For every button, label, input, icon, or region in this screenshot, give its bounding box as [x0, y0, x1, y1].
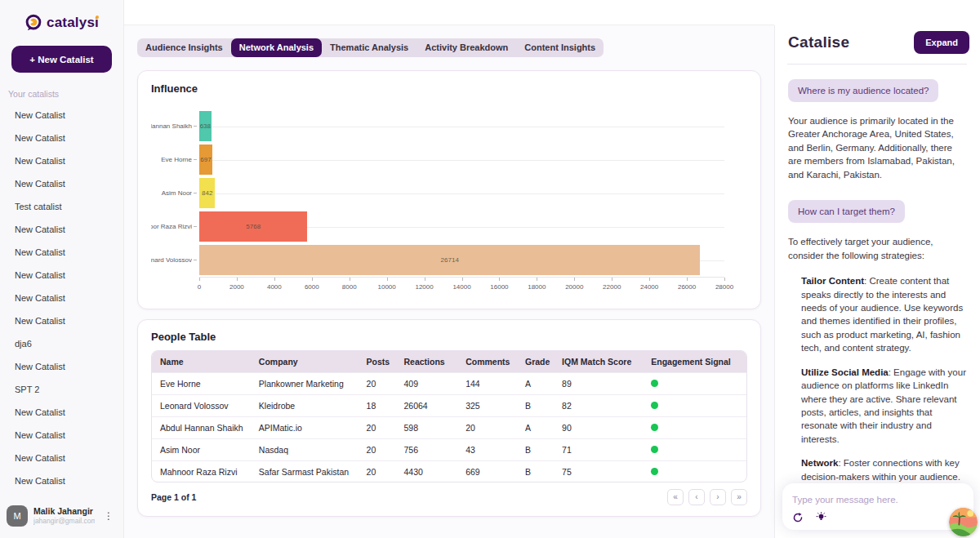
x-tick-label: 14000 [452, 283, 470, 291]
x-tick-mark [687, 278, 688, 281]
x-tick-label: 6000 [305, 283, 319, 291]
table-cell: 18 [359, 395, 396, 417]
lightbulb-icon[interactable] [816, 512, 826, 523]
assistant-answer-text: Your audience is primarily located in th… [788, 114, 968, 181]
x-tick-label: 26000 [678, 283, 696, 291]
sidebar-item-catalist[interactable]: New Catalist [15, 127, 123, 149]
sidebar-item-catalist[interactable]: New Catalist [15, 401, 123, 424]
pagination: Page 1 of 1 «‹›» [151, 482, 747, 505]
chart-row: Asim Noor842 [151, 176, 747, 210]
engagement-signal-dot [651, 402, 658, 409]
message-input[interactable] [792, 495, 964, 505]
table-cell [643, 439, 746, 461]
strategy-term: Tailor Content [801, 276, 864, 286]
assistant-title: Catalise [788, 33, 849, 51]
table-cell: 26064 [395, 395, 457, 417]
chart-row: Abdul Hannan Shaikh638 [151, 109, 747, 143]
sidebar-item-catalist[interactable]: New Catalist [15, 218, 123, 241]
sidebar-item-catalist[interactable]: New Catalist [15, 309, 123, 332]
table-cell: A [517, 373, 554, 395]
assistant-panel: Catalise Expand Where is my audience loc… [774, 0, 980, 538]
table-cell: Eve Horne [152, 373, 251, 395]
chart-category-label: Leonard Volossov [151, 256, 192, 264]
chart-category-label: Abdul Hannan Shaikh [151, 122, 192, 130]
table-cell: 325 [457, 395, 517, 417]
expand-button[interactable]: Expand [914, 31, 969, 54]
chart-category-label: Eve Horne [151, 156, 192, 163]
user-menu-kebab-icon[interactable]: ⋮ [100, 509, 117, 523]
table-cell: Abdul Hannan Shaikh [152, 417, 251, 439]
table-cell [643, 373, 746, 395]
chart-rows: Abdul Hannan Shaikh638Eve Horne697Asim N… [151, 109, 747, 277]
people-table-card: People Table NameCompanyPostsReactionsCo… [137, 319, 761, 517]
table-cell: 669 [457, 461, 517, 483]
sidebar-item-catalist[interactable]: New Catalist [15, 287, 123, 309]
tab-network-analysis[interactable]: Network Analysis [231, 38, 322, 57]
x-tick-label: 0 [198, 283, 201, 291]
table-cell [643, 461, 746, 483]
chart-x-axis: 0200040006000800010000120001400016000180… [151, 277, 747, 295]
new-catalist-button[interactable]: + New Catalist [11, 46, 112, 73]
sidebar-item-catalist[interactable]: SPT 2 [15, 378, 123, 401]
suggested-question-pill[interactable]: How can I target them? [788, 200, 905, 223]
sidebar-item-catalist[interactable]: New Catalist [15, 149, 123, 172]
table-cell: Plankowner Marketing [251, 373, 359, 395]
x-tick-mark [537, 278, 537, 281]
pagination-first-button[interactable]: « [667, 489, 684, 505]
x-tick-mark [350, 278, 350, 281]
pagination-last-button[interactable]: » [731, 489, 747, 505]
sidebar-item-catalist[interactable]: Test catalist [15, 195, 123, 218]
sidebar-item-catalist[interactable]: New Catalist [15, 469, 123, 492]
assistant-avatar[interactable] [949, 508, 978, 536]
column-header: Name [152, 351, 251, 373]
chart-bar-value: 5768 [246, 223, 261, 230]
table-cell [643, 417, 746, 439]
user-email: jahangir@gmail.com [33, 517, 95, 526]
sidebar-item-catalist[interactable]: New Catalist [15, 355, 123, 378]
sidebar-item-catalist[interactable]: New Catalist [15, 172, 123, 195]
x-tick-mark [649, 278, 650, 281]
y-tick-mark [194, 226, 197, 227]
your-catalists-label: Your catalists [0, 82, 123, 104]
chart-bar-value: 697 [200, 156, 211, 163]
sidebar-item-catalist[interactable]: New Catalist [15, 447, 123, 469]
sidebar-item-catalist[interactable]: dja6 [15, 332, 123, 355]
column-header: Reactions [395, 351, 457, 373]
y-tick-mark [194, 159, 197, 160]
table-cell: 82 [554, 395, 643, 417]
analysis-tabs: Audience InsightsNetwork AnalysisThemati… [137, 38, 604, 57]
brand-logo: catalysi [0, 0, 123, 42]
table-cell: 598 [395, 417, 457, 439]
table-cell: 90 [554, 417, 643, 439]
refresh-icon[interactable] [792, 512, 804, 523]
catalysi-logo-icon [24, 14, 42, 32]
x-tick-label: 2000 [229, 283, 244, 291]
chart-row: Mahnoor Raza Rizvi5768 [151, 210, 747, 243]
sidebar-item-catalist[interactable]: New Catalist [15, 241, 123, 264]
table-cell: B [517, 395, 554, 417]
tab-thematic-analysis[interactable]: Thematic Analysis [322, 38, 416, 57]
column-header: Grade [517, 351, 554, 373]
table-cell: 144 [457, 373, 517, 395]
x-tick-label: 10000 [378, 283, 396, 291]
strategy-item: Personalized Marketing: Use personalized [801, 535, 968, 538]
x-tick-mark [199, 278, 200, 281]
x-tick-label: 28000 [715, 283, 733, 291]
x-tick-mark [274, 278, 275, 281]
pagination-prev-button[interactable]: ‹ [688, 489, 705, 505]
x-tick-mark [612, 278, 612, 281]
table-cell: Nasdaq [251, 439, 359, 461]
table-cell: 409 [395, 373, 457, 395]
sidebar-item-catalist[interactable]: New Catalist [15, 104, 123, 127]
influence-card: Influence Abdul Hannan Shaikh638Eve Horn… [137, 70, 761, 309]
suggested-question-pill[interactable]: Where is my audience located? [788, 79, 938, 102]
tab-content-insights[interactable]: Content Insights [516, 38, 604, 57]
table-cell: 20 [359, 373, 396, 395]
tab-activity-breakdown[interactable]: Activity Breakdown [416, 38, 516, 57]
sidebar-item-catalist[interactable]: New Catalist [15, 264, 123, 287]
message-input-card [782, 483, 973, 530]
table-cell: Kleidrobe [251, 395, 359, 417]
pagination-next-button[interactable]: › [710, 489, 726, 505]
sidebar-item-catalist[interactable]: New Catalist [15, 424, 123, 447]
tab-audience-insights[interactable]: Audience Insights [137, 38, 231, 57]
